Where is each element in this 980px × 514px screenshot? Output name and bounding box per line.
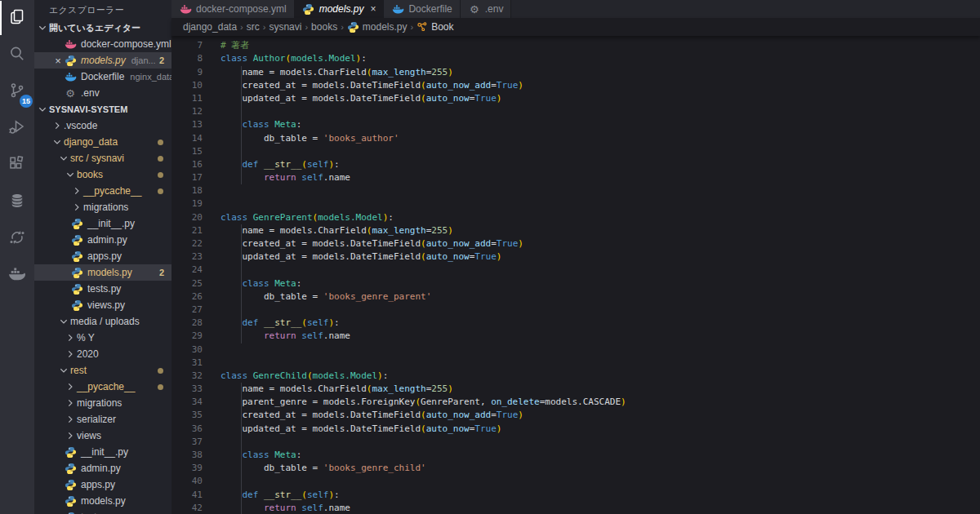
- code-line[interactable]: 7# 著者: [172, 39, 980, 52]
- close-icon[interactable]: ×: [52, 55, 64, 66]
- tree-item-tests-py[interactable]: tests.py: [34, 281, 172, 297]
- tree-item-migrations[interactable]: migrations: [34, 395, 172, 411]
- tree-item-src-sysnavi[interactable]: src / sysnavi: [34, 150, 172, 166]
- tree-item-rest[interactable]: rest: [34, 362, 172, 379]
- tree-item-media-uploads[interactable]: media / uploads: [34, 313, 172, 330]
- code-line[interactable]: 17 return self.name: [172, 171, 980, 184]
- open-editor-item[interactable]: ×models.pydjan...2: [34, 52, 172, 69]
- breadcrumb-item[interactable]: Book: [416, 21, 453, 33]
- line-number: 16: [172, 158, 203, 171]
- tree-item-tests-py[interactable]: tests.py: [34, 509, 172, 514]
- open-editor-item[interactable]: docker-compose.yml: [34, 36, 172, 52]
- tree-item-models-py[interactable]: models.py: [34, 493, 172, 509]
- code-line[interactable]: 40: [172, 475, 980, 488]
- tree-item-books[interactable]: books: [34, 166, 172, 183]
- tree-item--y[interactable]: % Y: [34, 330, 172, 346]
- code-line[interactable]: 18: [172, 184, 980, 197]
- sync-activity-button[interactable]: [0, 220, 34, 257]
- tree-item-2020[interactable]: 2020: [34, 346, 172, 362]
- tree-item-models-py[interactable]: models.py2: [34, 264, 172, 281]
- tree-item--pycache-[interactable]: __pycache__: [34, 379, 172, 395]
- code-line[interactable]: 26 db_table = 'books_genre_parent': [172, 290, 980, 304]
- tree-item-apps-py[interactable]: apps.py: [34, 476, 172, 493]
- tab-docker-compose-yml[interactable]: docker-compose.yml: [172, 0, 295, 18]
- code-line[interactable]: 14 db_table = 'books_author': [172, 132, 980, 145]
- code-line[interactable]: 35created_at = models.DateTimeField(auto…: [172, 409, 980, 422]
- code-line[interactable]: 21name = models.CharField(max_length=255…: [172, 224, 980, 237]
- code-line[interactable]: 24: [172, 264, 980, 277]
- breadcrumb-item[interactable]: django_data: [183, 21, 237, 33]
- open-editor-item[interactable]: Dockerfilenginx_data: [34, 69, 172, 85]
- search-activity-button[interactable]: [0, 37, 34, 73]
- code-line[interactable]: 39 db_table = 'books_genre_child': [172, 462, 980, 475]
- code-line[interactable]: 23updated_at = models.DateTimeField(auto…: [172, 250, 980, 264]
- tree-item-admin-py[interactable]: admin.py: [34, 232, 172, 248]
- code-line[interactable]: 29 return self.name: [172, 330, 980, 343]
- extensions-activity-button[interactable]: [0, 147, 34, 184]
- tree-item--init-py[interactable]: __init__.py: [34, 215, 172, 232]
- breadcrumb-item[interactable]: books: [311, 21, 337, 33]
- tree-item-views-py[interactable]: views.py: [34, 297, 172, 313]
- open-editor-item[interactable]: ⚙.env: [34, 85, 172, 101]
- code-line[interactable]: 13class Meta:: [172, 118, 980, 131]
- code-line[interactable]: 41def __str__(self):: [172, 489, 980, 502]
- code-line[interactable]: 19: [172, 197, 980, 210]
- code-line[interactable]: 34parent_genre = models.ForeignKey(Genre…: [172, 396, 980, 409]
- docker-activity-button[interactable]: [0, 257, 34, 294]
- tree-item-admin-py[interactable]: admin.py: [34, 460, 172, 476]
- line-number: 10: [172, 79, 203, 92]
- open-editors-section-header[interactable]: 開いているエディター: [34, 20, 172, 36]
- workspace-section-header[interactable]: SYSNAVI-SYSTEM: [34, 101, 172, 117]
- line-number: 11: [172, 92, 203, 105]
- source-control-activity-button[interactable]: 15: [0, 73, 34, 110]
- close-icon[interactable]: ×: [370, 3, 376, 15]
- tree-item-views[interactable]: views: [34, 428, 172, 444]
- code-token: class: [220, 212, 253, 223]
- code-line[interactable]: 37: [172, 436, 980, 449]
- code-editor[interactable]: 67# 著者8class Author(models.Model):9name …: [172, 36, 980, 514]
- code-line[interactable]: 10created_at = models.DateTimeField(auto…: [172, 79, 980, 92]
- code-line[interactable]: 15: [172, 145, 980, 158]
- code-line[interactable]: 12: [172, 105, 980, 118]
- code-line[interactable]: 8class Author(models.Model):: [172, 52, 980, 65]
- code-line[interactable]: 20class GenreParent(models.Model):: [172, 211, 980, 224]
- code-line[interactable]: 42 return self.name: [172, 502, 980, 514]
- code-line[interactable]: 9name = models.CharField(max_length=255): [172, 66, 980, 79]
- code-line[interactable]: 27: [172, 304, 980, 317]
- breadcrumb-item[interactable]: src: [247, 21, 260, 33]
- tree-item--pycache-[interactable]: __pycache__: [34, 183, 172, 199]
- tab--env[interactable]: ⚙.env: [461, 0, 512, 18]
- line-content: updated_at = models.DateTimeField(auto_n…: [220, 250, 501, 264]
- tree-item-serializer[interactable]: serializer: [34, 411, 172, 428]
- python-file-icon: [70, 266, 83, 279]
- tree-item--vscode[interactable]: .vscode: [34, 117, 172, 134]
- database-activity-button[interactable]: [0, 184, 34, 220]
- tree-item--init-py[interactable]: __init__.py: [34, 444, 172, 460]
- tree-item-apps-py[interactable]: apps.py: [34, 248, 172, 264]
- code-line[interactable]: 30: [172, 343, 980, 357]
- tree-item-django-data[interactable]: django_data: [34, 134, 172, 150]
- code-token: max_length: [372, 225, 425, 236]
- code-line[interactable]: 38class Meta:: [172, 449, 980, 462]
- code-token: return: [242, 330, 301, 341]
- code-token: (: [301, 490, 307, 500]
- code-line[interactable]: 33name = models.CharField(max_length=255…: [172, 383, 980, 396]
- code-line[interactable]: 25class Meta:: [172, 277, 980, 290]
- debug-activity-button[interactable]: [0, 110, 34, 147]
- tab-dockerfile[interactable]: Dockerfile: [384, 0, 460, 18]
- breadcrumb-item[interactable]: models.py: [347, 21, 408, 33]
- code-line[interactable]: 28def __str__(self):: [172, 317, 980, 330]
- tree-item-migrations[interactable]: migrations: [34, 199, 172, 215]
- code-line[interactable]: 11updated_at = models.DateTimeField(auto…: [172, 92, 980, 105]
- breadcrumb-item[interactable]: sysnavi: [269, 21, 301, 33]
- chevron-right-icon: [64, 413, 77, 426]
- code-line[interactable]: 31: [172, 357, 980, 370]
- code-line[interactable]: 36updated_at = models.DateTimeField(auto…: [172, 423, 980, 436]
- code-line[interactable]: 16def __str__(self):: [172, 158, 980, 171]
- docker-compose-file-icon: [64, 38, 77, 51]
- tab-models-py[interactable]: models.py×: [295, 0, 385, 18]
- code-line[interactable]: 22created_at = models.DateTimeField(auto…: [172, 237, 980, 250]
- code-line[interactable]: 32class GenreChild(models.Model):: [172, 370, 980, 383]
- explorer-activity-button[interactable]: [0, 0, 34, 37]
- python-file-icon: [64, 478, 77, 491]
